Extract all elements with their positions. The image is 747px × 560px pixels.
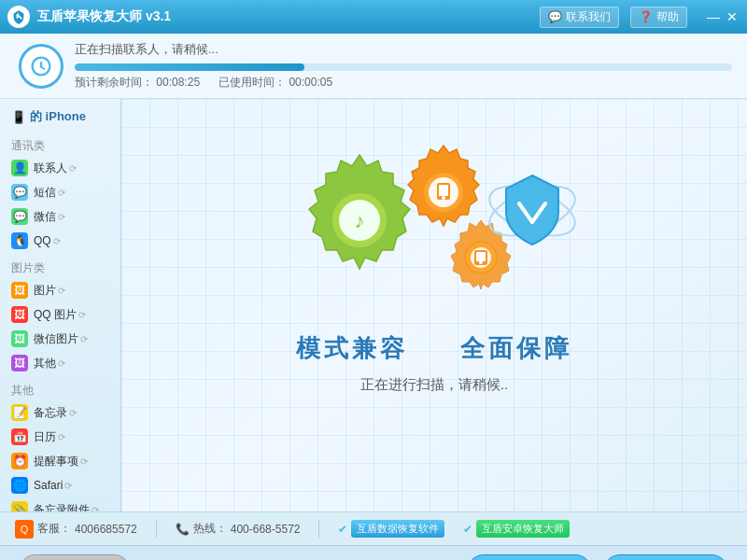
safari-text: Safari ⟳ (34, 479, 72, 492)
progress-area: 正在扫描联系人，请稍候... 预计剩余时间： 00:08:25 已使用时间： 0… (0, 34, 747, 99)
calendar-icon: 📅 (11, 428, 28, 445)
reminders-icon: ⏰ (11, 453, 28, 469)
sidebar-item-sms[interactable]: 💬 短信 ⟳ (0, 180, 120, 204)
motto: 模式兼容 全面保障 (296, 332, 572, 365)
svg-rect-11 (476, 252, 486, 261)
sidebar-item-notes[interactable]: 📝 备忘录 ⟳ (0, 400, 120, 425)
android-recovery-badge: 互盾安卓恢复大师 (476, 520, 570, 538)
data-recovery-badge: 互盾数据恢复软件 (351, 520, 444, 538)
used-time: 已使用时间： 00:00:05 (218, 75, 332, 91)
other-photos-icon: 🖼 (11, 355, 28, 371)
app-logo (7, 6, 30, 28)
sidebar-item-contacts[interactable]: 👤 联系人 ⟳ (0, 156, 120, 180)
check-icon: ✔ (338, 523, 347, 536)
contacts-text: 联系人 ⟳ (34, 161, 77, 176)
progress-fill (75, 63, 304, 71)
title-bar: 互盾苹果恢复大师 v3.1 💬 联系我们 ❓ 帮助 — ✕ (0, 0, 747, 34)
sidebar-item-other-photos[interactable]: 🖼 其他 ⟳ (0, 351, 120, 375)
remaining-time: 预计剩余时间： 00:08:25 (75, 75, 200, 91)
divider1 (156, 520, 157, 539)
backup-notes-text: 备忘录附件 ⟳ (34, 502, 99, 512)
sidebar-item-wx-photos[interactable]: 🖼 微信图片 ⟳ (0, 327, 120, 351)
backup-notes-icon: 📎 (11, 501, 28, 511)
close-button[interactable]: ✕ (725, 9, 740, 24)
wx-photos-icon: 🖼 (11, 330, 28, 347)
phone-service: 📞 热线： 400-668-5572 (176, 521, 301, 537)
contacts-icon: 👤 (11, 160, 28, 176)
divider2 (318, 520, 319, 539)
qq-text: QQ ⟳ (34, 234, 61, 247)
progress-bar (75, 63, 732, 71)
sidebar-item-backup-notes[interactable]: 📎 备忘录附件 ⟳ (0, 497, 120, 511)
title-bar-right: 💬 联系我们 ❓ 帮助 — ✕ (540, 7, 740, 28)
photos-icon: 🖼 (11, 282, 28, 299)
question-icon: ❓ (639, 10, 653, 23)
notes-icon: 📝 (11, 404, 28, 421)
export-all-button[interactable]: 导出全部记录 (603, 554, 728, 561)
sidebar-item-photos[interactable]: 🖼 图片 ⟳ (0, 278, 120, 302)
export-buttons: 导出选中记录 导出全部记录 (467, 554, 728, 561)
back-button[interactable]: 返回主界面 (19, 554, 131, 561)
qq-service-label: 客服： (37, 521, 71, 537)
data-recovery-software[interactable]: ✔ 互盾数据恢复软件 (338, 520, 444, 538)
wechat-text: 微信 ⟳ (34, 209, 65, 225)
sms-text: 短信 ⟳ (34, 185, 65, 201)
calendar-text: 日历 ⟳ (34, 429, 65, 445)
qq-photos-text: QQ 图片 ⟳ (34, 307, 86, 323)
title-bar-left: 互盾苹果恢复大师 v3.1 (7, 6, 171, 28)
sidebar-item-safari[interactable]: 🌐 Safari ⟳ (0, 473, 120, 497)
scan-status: 正在扫描联系人，请稍候... (75, 41, 732, 58)
progress-icon (19, 44, 63, 89)
gears-illustration: ♪ (285, 118, 584, 323)
content-area: ♪ (121, 99, 747, 511)
export-selected-button[interactable]: 导出选中记录 (467, 554, 592, 561)
progress-times: 预计剩余时间： 00:08:25 已使用时间： 00:00:05 (75, 75, 732, 91)
scan-progress-text: 正在进行扫描，请稍候.. (360, 376, 508, 394)
contact-button[interactable]: 💬 联系我们 (540, 7, 619, 28)
footer: 返回主界面 导出选中记录 导出全部记录 (0, 545, 747, 560)
sms-icon: 💬 (11, 184, 28, 201)
sidebar-item-wechat[interactable]: 💬 微信 ⟳ (0, 204, 120, 229)
info-bar: Q 客服： 4006685572 📞 热线： 400-668-5572 ✔ 互盾… (0, 511, 747, 545)
minimize-button[interactable]: — (706, 9, 721, 24)
svg-rect-6 (439, 185, 448, 196)
sidebar-item-calendar[interactable]: 📅 日历 ⟳ (0, 425, 120, 449)
phone-icon: 📞 (176, 523, 190, 536)
category-photos: 图片类 (0, 257, 120, 278)
wechat-icon: 💬 (11, 208, 28, 225)
phone-number: 400-668-5572 (231, 523, 301, 536)
svg-point-12 (479, 260, 483, 264)
qq-service-icon: Q (15, 520, 34, 539)
sidebar-item-qq-photos[interactable]: 🖼 QQ 图片 ⟳ (0, 302, 120, 327)
qq-icon: 🐧 (11, 232, 28, 249)
phone-label: 热线： (193, 521, 227, 537)
svg-text:♪: ♪ (355, 209, 365, 232)
qq-service-number: 4006685572 (75, 523, 137, 536)
wx-photos-text: 微信图片 ⟳ (34, 331, 88, 347)
qq-service: Q 客服： 4006685572 (15, 520, 137, 539)
check-icon2: ✔ (463, 523, 472, 536)
category-communication: 通讯类 (0, 134, 120, 156)
safari-icon: 🌐 (11, 477, 28, 494)
reminders-text: 提醒事项 ⟳ (34, 454, 88, 469)
category-other: 其他 (0, 379, 120, 400)
main-layout: 📱 的 iPhone 通讯类 👤 联系人 ⟳ 💬 短信 ⟳ 💬 微信 ⟳ (0, 99, 747, 511)
chat-icon: 💬 (548, 10, 562, 23)
photos-text: 图片 ⟳ (34, 283, 65, 299)
phone-icon: 📱 (11, 110, 26, 124)
sidebar-item-reminders[interactable]: ⏰ 提醒事项 ⟳ (0, 449, 120, 473)
other-photos-text: 其他 ⟳ (34, 356, 65, 371)
app-title: 互盾苹果恢复大师 v3.1 (37, 8, 171, 25)
qq-photos-icon: 🖼 (11, 306, 28, 323)
sidebar-item-qq[interactable]: 🐧 QQ ⟳ (0, 229, 120, 253)
help-button[interactable]: ❓ 帮助 (630, 7, 687, 28)
android-recovery-software[interactable]: ✔ 互盾安卓恢复大师 (463, 520, 570, 538)
notes-text: 备忘录 ⟳ (34, 405, 77, 421)
sidebar: 📱 的 iPhone 通讯类 👤 联系人 ⟳ 💬 短信 ⟳ 💬 微信 ⟳ (0, 99, 121, 511)
window-controls: — ✕ (706, 9, 740, 24)
device-label: 📱 的 iPhone (0, 99, 120, 131)
svg-point-7 (442, 196, 445, 200)
